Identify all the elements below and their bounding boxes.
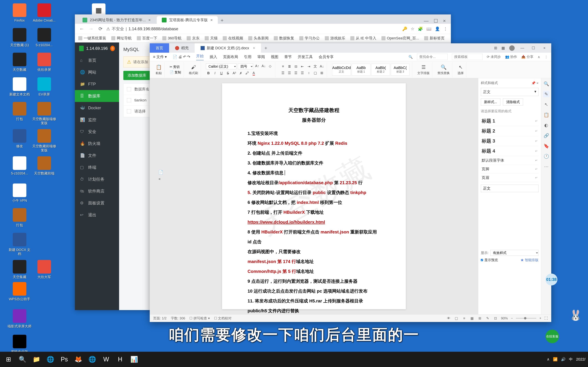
star-icon[interactable]: ☆ — [411, 26, 415, 31]
menu-review[interactable]: 审阅 — [257, 54, 265, 59]
more-icon[interactable]: ⋮ — [545, 55, 548, 59]
bookmark-item[interactable]: OpenSea官网_百... — [381, 36, 419, 41]
style-list-item[interactable]: 默认段落字体↵ — [481, 156, 538, 165]
tray-item[interactable]: 📶 — [553, 357, 558, 362]
view-mode-icon[interactable]: ▢ — [454, 316, 459, 321]
taskbar-app-icon[interactable]: 🌐 — [86, 353, 98, 365]
clipboard-icon[interactable]: 📋 — [543, 112, 549, 118]
outline-icon[interactable]: ≡ — [462, 316, 467, 321]
menu-devtools[interactable]: 开发工具 — [298, 54, 313, 59]
menu-insert[interactable]: 插入 — [210, 54, 217, 59]
history-icon[interactable]: 🕐 — [543, 153, 549, 159]
close-icon[interactable]: × — [443, 18, 446, 24]
bookmark-item[interactable]: 360导航 — [162, 36, 182, 41]
link-icon[interactable]: 🔗 — [543, 133, 549, 139]
desktop-icon[interactable]: 5-z10204... — [32, 28, 56, 47]
bt-menu-计划任务[interactable]: ⏱计划任务 — [75, 173, 119, 185]
bold-icon[interactable]: B — [206, 71, 211, 76]
collab-button[interactable]: 👥 协作 — [505, 55, 517, 59]
cut-button[interactable]: ✂ 剪切 — [170, 65, 180, 69]
reading-icon[interactable]: 📖 — [426, 26, 432, 31]
desktop-icon[interactable]: 天空数藏前端 — [32, 156, 56, 175]
desktop-icon[interactable]: 天空数藏 — [8, 53, 32, 72]
bt-menu-软件商店[interactable]: 🛍软件商店 — [75, 185, 119, 197]
menu-reference[interactable]: 引用 — [244, 54, 251, 59]
style-preview[interactable]: AaBb标题 1 — [352, 64, 370, 76]
page-nav-icon[interactable]: 📄 — [158, 170, 163, 175]
bookmark-item[interactable]: 百度一下 — [137, 36, 157, 41]
desktop-icon[interactable]: 5-z10204... — [8, 156, 32, 175]
bt-notification-badge[interactable]: 0 — [110, 46, 115, 51]
tray-item[interactable]: 2022/ — [576, 357, 585, 362]
profile-icon[interactable]: 👤 — [435, 26, 440, 31]
highlight-icon[interactable]: 🖍 — [245, 71, 250, 76]
taskbar-app-icon[interactable]: 🌐 — [44, 353, 56, 365]
wps-tab-daoke[interactable]: 稻壳 — [169, 43, 195, 53]
taskbar-app-icon[interactable]: Ps — [58, 353, 70, 365]
align-left-icon[interactable]: ☰ — [280, 70, 285, 75]
tray-item[interactable]: 🔊 — [561, 357, 566, 362]
page-nav-icon[interactable]: ◂ — [158, 176, 163, 181]
minimize-icon[interactable]: — — [424, 18, 429, 24]
desktop-icon[interactable]: 天空数藏前端修复版 — [32, 129, 56, 152]
desktop-icon[interactable]: 修改 — [8, 129, 32, 148]
text-effect-icon[interactable]: ✗ — [238, 71, 243, 76]
superscript-icon[interactable]: A² — [232, 71, 237, 76]
close-tab-icon[interactable]: × — [210, 18, 213, 22]
bt-menu-FTP[interactable]: 📁FTP — [75, 78, 119, 90]
style-preview[interactable]: AaBb(标题 2 — [371, 64, 390, 76]
tray-item[interactable]: ∧ — [547, 357, 550, 362]
desktop-icon[interactable]: EV录屏 — [32, 77, 56, 96]
find-replace-button[interactable]: 🔍查找替换 — [437, 64, 450, 75]
desktop-icon[interactable]: 小牛 VPN — [8, 184, 32, 202]
zoom-in-icon[interactable]: + — [539, 316, 541, 320]
bt-menu-面板设置[interactable]: ⚙面板设置 — [75, 197, 119, 209]
new-tab-button[interactable]: + — [261, 43, 270, 53]
document-area[interactable]: 📄 ◂ 天空数藏 天空数字藏品搭建教程 服务器部分 1.宝塔安装环境环境 Ngi… — [150, 78, 478, 314]
user-avatar[interactable] — [509, 45, 515, 51]
align-center-icon[interactable]: ☰ — [287, 70, 292, 75]
current-style-dropdown[interactable]: 正文 ▾ — [481, 88, 538, 96]
decrease-indent-icon[interactable]: ⇤ — [300, 64, 305, 69]
font-family-select[interactable]: Calibri (正文) — [206, 64, 236, 69]
close-tab-icon[interactable]: × — [253, 46, 255, 50]
shapes-icon[interactable]: ◐ — [543, 122, 549, 128]
paste-button[interactable]: 📋粘贴 — [156, 64, 162, 75]
smart-layout-link[interactable]: ★ 智能排版 — [520, 258, 538, 262]
bookmark-item[interactable]: 数据恢复 — [274, 36, 294, 41]
bt-menu-Docker[interactable]: 🐳Docker — [75, 102, 119, 114]
desktop-icon[interactable]: 大欣大军 — [32, 260, 56, 279]
bt-menu-监控[interactable]: 📊监控 — [75, 114, 119, 126]
increase-indent-icon[interactable]: ⇥ — [306, 64, 311, 69]
style-list-item[interactable]: 标题 2↵ — [481, 126, 538, 136]
bookmark-item[interactable]: 学习办公 — [299, 36, 320, 41]
layout-icon[interactable]: ⊞ — [494, 46, 497, 50]
font-color-icon[interactable]: A — [251, 71, 256, 76]
desktop-icon[interactable]: WPS办公助手 — [8, 282, 32, 301]
wps-tab-home[interactable]: 首页 — [150, 43, 169, 53]
desktop-icon[interactable]: 天空集藏 — [8, 260, 32, 279]
bt-menu-网站[interactable]: 🌐网站 — [75, 66, 119, 78]
bookmark-item[interactable]: 一键系统重装 — [78, 36, 106, 41]
bookmark-item[interactable]: 京东 — [187, 36, 199, 41]
bookmark-item[interactable]: 在线视频 — [223, 36, 243, 41]
bookmark-item[interactable]: 头条新闻 — [248, 36, 269, 41]
bullet-list-icon[interactable]: ≡ — [280, 64, 285, 69]
desktop-icon[interactable]: Adobe Creati... — [32, 3, 56, 22]
edit-icon[interactable]: ✎ — [543, 91, 549, 97]
show-filter-select[interactable]: 有效样式 — [490, 250, 538, 256]
menu-icon[interactable]: ⋮ — [443, 26, 448, 31]
online-service-button[interactable]: 在线客服 — [545, 330, 559, 343]
bt-menu-首页[interactable]: ⌂首页 — [75, 54, 119, 66]
menu-chapter[interactable]: 章节 — [284, 54, 292, 59]
forward-button[interactable]: → — [88, 25, 95, 32]
font-size-select[interactable]: 四号 — [238, 64, 253, 69]
taskbar-app-icon[interactable]: ⊞ — [3, 353, 15, 365]
float-mascot[interactable]: 🐰 — [569, 309, 586, 326]
back-button[interactable]: ← — [78, 25, 85, 32]
close-icon[interactable]: × — [541, 45, 548, 51]
draft-icon[interactable]: ✎ — [485, 316, 490, 321]
taskbar-app-icon[interactable]: 🔍 — [17, 353, 28, 365]
select-icon[interactable]: ↖ — [543, 101, 549, 108]
grid-icon[interactable]: ▦ — [502, 46, 505, 50]
